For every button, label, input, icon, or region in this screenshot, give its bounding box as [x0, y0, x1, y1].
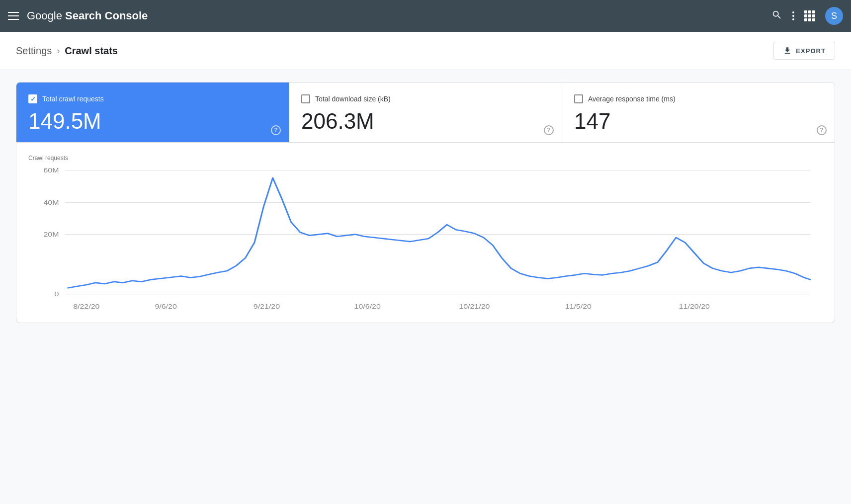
- chart-area: Crawl requests 60M 40M 20M 0 8/22/20 9/6…: [16, 143, 835, 323]
- help-icon-crawl-requests[interactable]: ?: [271, 125, 281, 135]
- breadcrumb-parent[interactable]: Settings: [16, 45, 52, 57]
- menu-button[interactable]: [8, 12, 19, 20]
- metric-card-download-size[interactable]: Total download size (kB) 206.3M ?: [289, 83, 562, 142]
- svg-text:10/6/20: 10/6/20: [354, 303, 381, 310]
- search-icon[interactable]: [771, 9, 782, 23]
- metric-label-download-size: Total download size (kB): [315, 95, 391, 103]
- metric-value-crawl-requests: 149.5M: [28, 109, 277, 133]
- breadcrumb-bar: Settings › Crawl stats EXPORT: [0, 32, 851, 70]
- svg-text:60M: 60M: [43, 167, 59, 174]
- breadcrumb-separator: ›: [57, 46, 60, 56]
- svg-text:9/21/20: 9/21/20: [254, 303, 280, 310]
- metric-cards: Total crawl requests 149.5M ? Total down…: [16, 82, 835, 143]
- help-icon-response-time[interactable]: ?: [817, 125, 827, 135]
- export-button[interactable]: EXPORT: [773, 42, 835, 60]
- svg-text:9/6/20: 9/6/20: [155, 303, 176, 310]
- header-right: S: [771, 7, 843, 25]
- svg-text:0: 0: [55, 290, 59, 298]
- chart-container: 60M 40M 20M 0 8/22/20 9/6/20 9/21/20 10/…: [28, 166, 823, 315]
- svg-text:11/20/20: 11/20/20: [679, 303, 710, 310]
- checkbox-crawl-requests[interactable]: [28, 94, 37, 103]
- breadcrumb: Settings › Crawl stats: [16, 45, 118, 57]
- app-header: Google Search Console S: [0, 0, 851, 32]
- avatar[interactable]: S: [825, 7, 843, 25]
- svg-text:20M: 20M: [43, 231, 59, 238]
- svg-text:10/21/20: 10/21/20: [459, 303, 490, 310]
- chart-label: Crawl requests: [28, 155, 823, 162]
- svg-text:11/5/20: 11/5/20: [565, 303, 592, 310]
- apps-icon[interactable]: [804, 10, 815, 21]
- metric-label-response-time: Average response time (ms): [588, 95, 676, 103]
- crawl-chart: 60M 40M 20M 0 8/22/20 9/6/20 9/21/20 10/…: [28, 166, 823, 315]
- more-options-icon[interactable]: [792, 11, 794, 20]
- metric-card-response-time[interactable]: Average response time (ms) 147 ?: [562, 83, 835, 142]
- header-left: Google Search Console: [8, 9, 148, 22]
- svg-text:40M: 40M: [43, 199, 59, 206]
- checkbox-response-time[interactable]: [574, 94, 583, 103]
- main-content: Total crawl requests 149.5M ? Total down…: [0, 70, 851, 335]
- metric-value-download-size: 206.3M: [301, 109, 550, 133]
- help-icon-download-size[interactable]: ?: [544, 125, 554, 135]
- breadcrumb-current: Crawl stats: [65, 45, 118, 57]
- metric-card-crawl-requests[interactable]: Total crawl requests 149.5M ?: [16, 83, 289, 142]
- metric-value-response-time: 147: [574, 109, 823, 133]
- metric-label-crawl-requests: Total crawl requests: [42, 95, 104, 103]
- checkbox-download-size[interactable]: [301, 94, 310, 103]
- svg-text:8/22/20: 8/22/20: [73, 303, 99, 310]
- app-title: Google Search Console: [27, 9, 148, 22]
